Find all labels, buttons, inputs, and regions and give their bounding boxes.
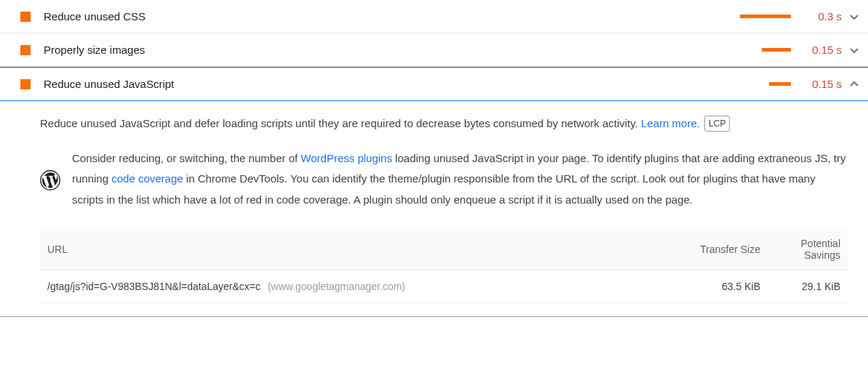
wordpress-hint-text: Consider reducing, or switching, the num… (72, 148, 848, 211)
audit-row-unused-js[interactable]: Reduce unused JavaScript 0.15 s (0, 67, 868, 101)
savings-bar (740, 15, 791, 18)
wp-plugins-link[interactable]: WordPress plugins (300, 152, 392, 164)
lcp-badge: LCP (704, 116, 730, 132)
col-transfer: Transfer Size (646, 229, 768, 270)
chevron-down-icon (849, 12, 859, 22)
audit-title: Properly size images (44, 44, 762, 56)
cell-transfer: 63.5 KiB (646, 270, 768, 303)
table-row: /gtag/js?id=G-V983BSJ81N&l=dataLayer&cx=… (40, 270, 848, 303)
square-icon (20, 45, 31, 55)
col-url: URL (40, 229, 646, 270)
desc-text: Reduce unused JavaScript and defer loadi… (40, 117, 641, 129)
savings-bar (769, 82, 791, 86)
wordpress-icon (40, 170, 60, 190)
col-savings: Potential Savings (768, 229, 848, 270)
audit-time: 0.15 s (801, 44, 842, 56)
code-coverage-link[interactable]: code coverage (111, 172, 183, 185)
audit-time: 0.3 s (801, 10, 842, 23)
square-icon (20, 12, 31, 22)
audit-time: 0.15 s (801, 78, 842, 90)
chevron-up-icon (849, 79, 859, 89)
cell-savings: 29.1 KiB (768, 270, 848, 303)
resources-table: URL Transfer Size Potential Savings /gta… (40, 229, 848, 303)
audit-row-unused-css[interactable]: Reduce unused CSS 0.3 s (0, 0, 868, 33)
url-host: (www.googletagmanager.com) (268, 281, 405, 292)
learn-more-link[interactable]: Learn more (641, 117, 697, 129)
audit-description: Reduce unused JavaScript and defer loadi… (40, 116, 848, 132)
square-icon (20, 79, 31, 89)
savings-bar (762, 48, 791, 52)
audit-title: Reduce unused JavaScript (44, 78, 769, 90)
wordpress-hint: Consider reducing, or switching, the num… (40, 148, 848, 211)
url-path: /gtag/js?id=G-V983BSJ81N&l=dataLayer&cx=… (47, 281, 260, 292)
audit-details-panel: Reduce unused JavaScript and defer loadi… (0, 101, 868, 317)
chevron-down-icon (849, 45, 859, 55)
audit-title: Reduce unused CSS (44, 10, 740, 23)
cell-url: /gtag/js?id=G-V983BSJ81N&l=dataLayer&cx=… (40, 270, 646, 303)
audit-row-size-images[interactable]: Properly size images 0.15 s (0, 33, 868, 67)
